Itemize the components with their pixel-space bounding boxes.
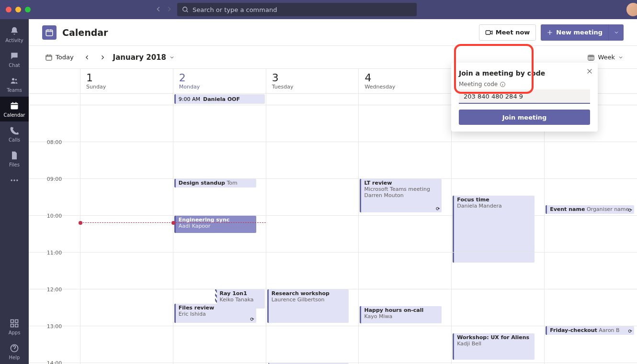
calendar-today-icon: [45, 54, 53, 61]
svg-rect-8: [15, 320, 18, 322]
svg-rect-10: [15, 324, 18, 327]
svg-point-0: [183, 7, 187, 11]
close-button[interactable]: [586, 67, 593, 77]
svg-point-6: [16, 179, 18, 181]
event-files-review[interactable]: Files reviewEric Ishida⟳: [174, 304, 256, 323]
day-number: 2: [179, 72, 260, 84]
prev-period[interactable]: [80, 51, 94, 64]
recurring-icon: ⟳: [250, 317, 254, 322]
file-icon: [10, 151, 19, 160]
hour-label: 08:00: [29, 139, 80, 145]
recurring-icon: ⟳: [628, 329, 632, 334]
view-label: Week: [598, 54, 615, 61]
hour-label: 13:00: [29, 323, 80, 330]
new-meeting-button[interactable]: New meeting: [541, 24, 608, 41]
event-event-name[interactable]: Event name Organiser name⟳: [546, 205, 634, 214]
recurring-icon: ⟳: [436, 206, 440, 211]
content-area: Calendar Meet now New meeting: [29, 19, 637, 364]
join-meeting-popover: Join a meeting by code Meeting code Join…: [451, 63, 598, 132]
event-design-standup[interactable]: Design standup Tom: [174, 179, 256, 188]
event-engineering-sync[interactable]: Engineering syncAadi Kapoor: [174, 216, 256, 233]
chevron-down-icon: [614, 30, 619, 35]
meeting-code-label: Meeting code: [459, 81, 590, 88]
avatar[interactable]: [626, 3, 637, 16]
search-icon: [182, 6, 189, 13]
event-friday-checkout[interactable]: Friday-checkout Aaron B ⟳: [546, 326, 634, 335]
minimize-window[interactable]: [15, 7, 21, 12]
view-selector[interactable]: Week: [587, 54, 624, 61]
title-bar: Search or type a command: [0, 0, 637, 19]
meet-now-label: Meet now: [496, 29, 530, 36]
info-icon[interactable]: [500, 81, 506, 88]
rail-label: Apps: [9, 330, 21, 335]
rail-teams[interactable]: Teams: [0, 72, 29, 97]
calendar-icon: [10, 101, 19, 110]
day-name: Monday: [179, 84, 260, 90]
today-button[interactable]: Today: [42, 52, 77, 63]
event-title: Daniela OOF: [203, 96, 240, 102]
day-column-monday[interactable]: 2Monday 9:00 AMDaniela OOF Design standu…: [173, 69, 266, 364]
event-allday[interactable]: 9:00 AMDaniela OOF: [174, 94, 265, 104]
rail-label: Help: [9, 355, 20, 360]
meet-now-button[interactable]: Meet now: [479, 24, 536, 41]
chat-icon: [10, 51, 19, 61]
day-number: 1: [86, 72, 167, 84]
search-placeholder: Search or type a command: [193, 6, 277, 13]
month-label-text: January 2018: [113, 53, 166, 62]
event-lt-review[interactable]: LT reviewMicrosoft Teams meetingDarren M…: [360, 179, 442, 212]
rail-calls[interactable]: Calls: [0, 121, 29, 146]
hour-label: 12:00: [29, 287, 80, 293]
rail-label: Calls: [9, 137, 20, 143]
recurring-icon: ⟳: [628, 208, 632, 213]
event-happy-hours[interactable]: Happy hours on-callKayo Miwa: [360, 306, 442, 323]
search-input[interactable]: Search or type a command: [177, 3, 417, 16]
more-icon: [10, 176, 19, 185]
maximize-window[interactable]: [25, 7, 31, 12]
event-research-workshop[interactable]: Research workshopLaurence Gilbertson: [267, 289, 349, 323]
hour-label: 11:00: [29, 250, 80, 256]
svg-rect-15: [588, 55, 594, 60]
new-meeting-dropdown[interactable]: [608, 24, 624, 41]
teams-icon: [10, 76, 19, 86]
rail-files[interactable]: Files: [0, 146, 29, 171]
history-nav: [155, 5, 172, 14]
svg-rect-13: [486, 31, 490, 34]
close-window[interactable]: [6, 7, 11, 12]
rail-label: Activity: [5, 38, 23, 43]
svg-rect-3: [11, 103, 18, 109]
rail-more[interactable]: [0, 171, 29, 190]
day-name: Sunday: [86, 84, 167, 90]
svg-rect-9: [11, 324, 14, 327]
day-column-tuesday[interactable]: 3Tuesday Research workshopLaurence Gilbe…: [266, 69, 359, 364]
chevron-down-icon: [169, 55, 175, 60]
svg-point-5: [13, 179, 15, 181]
rail-apps[interactable]: Apps: [0, 314, 29, 339]
svg-rect-14: [46, 55, 52, 60]
hour-label: 14:00: [29, 360, 80, 364]
day-column-wednesday[interactable]: 4Wednesday LT reviewMicrosoft Teams meet…: [359, 69, 452, 364]
today-label: Today: [56, 54, 74, 61]
plus-icon: [546, 29, 553, 36]
rail-label: Calendar: [4, 112, 25, 118]
forward-button[interactable]: [166, 5, 172, 14]
app-rail: Activity Chat Teams Calendar Calls Files: [0, 19, 29, 364]
page-header: Calendar Meet now New meeting: [29, 19, 637, 46]
rail-chat[interactable]: Chat: [0, 47, 29, 72]
close-icon: [586, 68, 593, 75]
calendar-week-icon: [587, 54, 595, 61]
new-meeting-label: New meeting: [556, 29, 603, 36]
video-icon: [485, 29, 493, 36]
join-meeting-button[interactable]: Join meeting: [459, 110, 590, 125]
next-period[interactable]: [96, 51, 109, 64]
rail-activity[interactable]: Activity: [0, 22, 29, 47]
day-column-sunday[interactable]: 1Sunday: [80, 69, 173, 364]
rail-help[interactable]: Help: [0, 339, 29, 364]
month-picker[interactable]: January 2018: [113, 53, 175, 62]
rail-calendar[interactable]: Calendar: [0, 97, 29, 121]
back-button[interactable]: [155, 5, 162, 14]
event-ux-aliens[interactable]: Workshop: UX for AliensKadji Bell: [453, 333, 535, 360]
bell-icon: [10, 26, 19, 36]
hour-label: 10:00: [29, 213, 80, 219]
phone-icon: [10, 126, 19, 135]
meeting-code-input[interactable]: [459, 89, 590, 104]
